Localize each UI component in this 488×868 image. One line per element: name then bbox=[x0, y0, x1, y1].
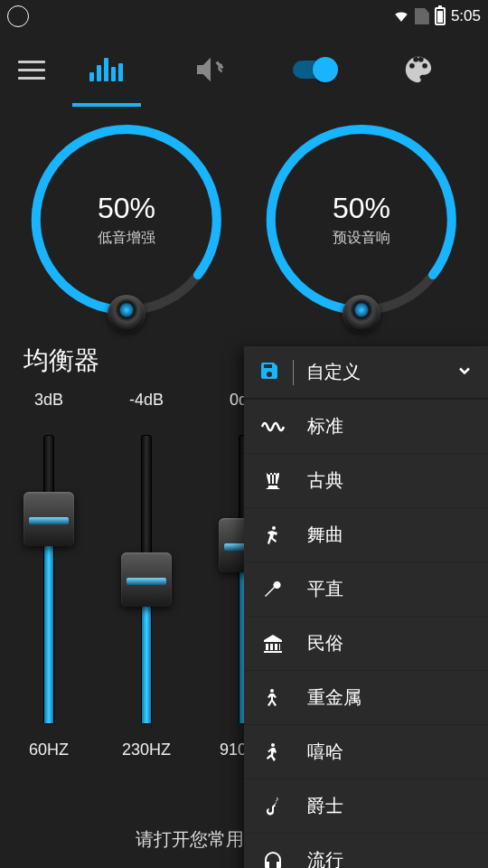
battery-icon bbox=[435, 7, 446, 25]
sax-icon bbox=[260, 796, 286, 817]
mic-icon bbox=[260, 579, 286, 600]
preset-label: 平直 bbox=[307, 577, 343, 601]
preset-label: 重金属 bbox=[307, 685, 361, 710]
preset-item-dance[interactable]: 舞曲 bbox=[244, 507, 488, 561]
status-time: 5:05 bbox=[451, 7, 481, 25]
preset-selected: 自定义 bbox=[306, 360, 443, 384]
preset-item-jazz[interactable]: 爵士 bbox=[244, 778, 488, 833]
preset-dropdown-header[interactable]: 自定义 bbox=[244, 346, 488, 399]
preset-item-metal[interactable]: 重金属 bbox=[244, 670, 488, 724]
tab-volume[interactable] bbox=[158, 33, 262, 107]
preset-label: 舞曲 bbox=[307, 523, 343, 547]
preset-item-flat[interactable]: 平直 bbox=[244, 561, 488, 616]
preset-label: 民俗 bbox=[307, 631, 343, 656]
equalizer-icon bbox=[89, 58, 123, 81]
preset-label: 嘻哈 bbox=[307, 740, 343, 764]
preset-item-classical[interactable]: 古典 bbox=[244, 453, 488, 507]
museum-icon bbox=[260, 633, 286, 655]
db-label: 3dB bbox=[0, 391, 98, 410]
virt-knob[interactable] bbox=[343, 295, 380, 333]
preset-label: 爵士 bbox=[307, 794, 343, 818]
bass-boost-dial[interactable]: 50% 低音增强 bbox=[18, 107, 235, 333]
eq-slider-60hz[interactable] bbox=[0, 435, 98, 724]
metal-icon bbox=[260, 687, 286, 709]
preset-label: 古典 bbox=[307, 468, 343, 493]
hiphop-icon bbox=[260, 741, 286, 763]
wave-icon bbox=[260, 418, 286, 436]
sim-icon bbox=[415, 8, 429, 24]
palette-icon bbox=[403, 54, 434, 85]
hz-label: 230HZ bbox=[98, 741, 195, 760]
preset-item-folk[interactable]: 民俗 bbox=[244, 616, 488, 670]
virtualizer-dial[interactable]: 50% 预设音响 bbox=[253, 107, 470, 333]
speaker-muted-icon bbox=[192, 52, 229, 88]
save-icon bbox=[258, 360, 280, 385]
preset-label: 流行 bbox=[307, 848, 343, 868]
db-label: -4dB bbox=[98, 391, 195, 410]
preset-item-normal[interactable]: 标准 bbox=[244, 399, 488, 453]
dance-icon bbox=[260, 524, 286, 546]
hz-label: 60HZ bbox=[0, 741, 98, 760]
wifi-icon bbox=[393, 8, 409, 24]
app-indicator-icon bbox=[7, 5, 29, 27]
preset-dropdown: 自定义 标准 古典 舞曲 平直 民俗 重金属 嘻哈 爵士 流行 bbox=[244, 346, 488, 868]
eq-slider-230hz[interactable] bbox=[98, 435, 195, 724]
preset-label: 标准 bbox=[307, 414, 343, 439]
master-toggle[interactable] bbox=[262, 33, 366, 107]
chevron-down-icon bbox=[455, 362, 474, 383]
preset-item-pop[interactable]: 流行 bbox=[244, 833, 488, 868]
preset-item-hiphop[interactable]: 嘻哈 bbox=[244, 724, 488, 778]
bass-knob[interactable] bbox=[108, 295, 145, 333]
theme-button[interactable] bbox=[366, 33, 470, 107]
headphones-icon bbox=[260, 850, 286, 869]
menu-button[interactable] bbox=[18, 61, 54, 80]
tab-equalizer[interactable] bbox=[54, 33, 158, 107]
lyre-icon bbox=[260, 470, 286, 492]
